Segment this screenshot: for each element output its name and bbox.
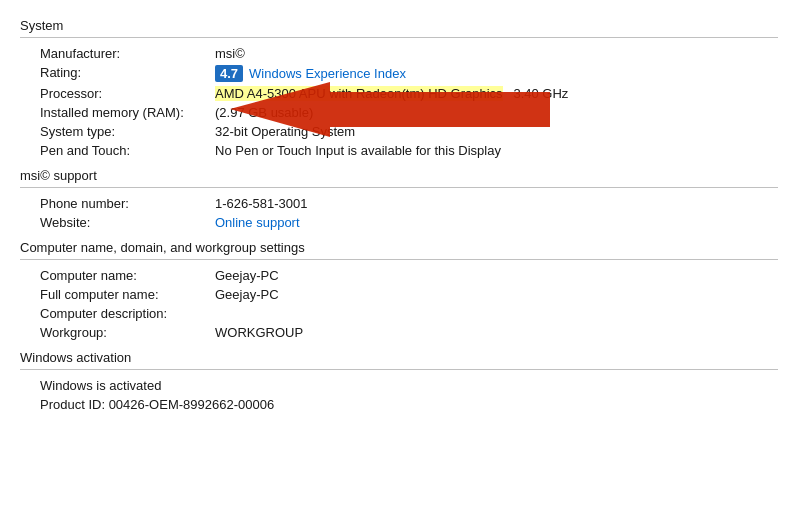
activation-row: Windows is activated bbox=[40, 376, 778, 395]
pen-touch-label: Pen and Touch: bbox=[40, 143, 215, 158]
processor-label: Processor: bbox=[40, 86, 215, 101]
workgroup-label: Workgroup: bbox=[40, 325, 215, 340]
support-section-title: msi© support bbox=[20, 168, 778, 183]
full-computer-name-row: Full computer name: Geejay-PC bbox=[40, 285, 778, 304]
activation-divider bbox=[20, 369, 778, 370]
full-computer-name-label: Full computer name: bbox=[40, 287, 215, 302]
phone-value: 1-626-581-3001 bbox=[215, 196, 778, 211]
rating-row: Rating: 4.7 Windows Experience Index bbox=[40, 63, 778, 84]
computer-name-value: Geejay-PC bbox=[215, 268, 778, 283]
website-label: Website: bbox=[40, 215, 215, 230]
rating-value: 4.7 Windows Experience Index bbox=[215, 65, 778, 82]
workgroup-row: Workgroup: WORKGROUP bbox=[40, 323, 778, 342]
system-properties-panel: System Manufacturer: msi© Rating: 4.7 Wi… bbox=[0, 0, 798, 507]
online-support-link[interactable]: Online support bbox=[215, 215, 778, 230]
activation-label: Windows is activated bbox=[40, 378, 161, 393]
system-divider bbox=[20, 37, 778, 38]
phone-row: Phone number: 1-626-581-3001 bbox=[40, 194, 778, 213]
support-section: msi© support Phone number: 1-626-581-300… bbox=[20, 168, 778, 232]
product-id-label: Product ID: 00426-OEM-8992662-00006 bbox=[40, 397, 274, 412]
computer-desc-value bbox=[215, 306, 778, 321]
computer-name-label: Computer name: bbox=[40, 268, 215, 283]
computer-desc-label: Computer description: bbox=[40, 306, 215, 321]
workgroup-value: WORKGROUP bbox=[215, 325, 778, 340]
system-type-label: System type: bbox=[40, 124, 215, 139]
rating-number: 4.7 bbox=[215, 65, 243, 82]
computer-desc-row: Computer description: bbox=[40, 304, 778, 323]
rating-badge: 4.7 Windows Experience Index bbox=[215, 65, 406, 82]
manufacturer-label: Manufacturer: bbox=[40, 46, 215, 61]
system-section-title: System bbox=[20, 18, 778, 33]
computer-name-divider bbox=[20, 259, 778, 260]
computer-name-row: Computer name: Geejay-PC bbox=[40, 266, 778, 285]
computer-name-section: Computer name, domain, and workgroup set… bbox=[20, 240, 778, 342]
product-id-row: Product ID: 00426-OEM-8992662-00006 bbox=[40, 395, 778, 414]
pen-touch-value: No Pen or Touch Input is available for t… bbox=[215, 143, 778, 158]
windows-experience-link[interactable]: Windows Experience Index bbox=[249, 66, 406, 81]
ram-label: Installed memory (RAM): bbox=[40, 105, 215, 120]
svg-marker-0 bbox=[230, 82, 550, 137]
activation-section: Windows activation Windows is activated … bbox=[20, 350, 778, 414]
support-divider bbox=[20, 187, 778, 188]
full-computer-name-value: Geejay-PC bbox=[215, 287, 778, 302]
website-row: Website: Online support bbox=[40, 213, 778, 232]
manufacturer-value: msi© bbox=[215, 46, 778, 61]
activation-section-title: Windows activation bbox=[20, 350, 778, 365]
phone-label: Phone number: bbox=[40, 196, 215, 211]
pen-touch-row: Pen and Touch: No Pen or Touch Input is … bbox=[40, 141, 778, 160]
rating-label: Rating: bbox=[40, 65, 215, 82]
arrow-annotation bbox=[230, 82, 550, 137]
manufacturer-row: Manufacturer: msi© bbox=[40, 44, 778, 63]
computer-name-section-title: Computer name, domain, and workgroup set… bbox=[20, 240, 778, 255]
